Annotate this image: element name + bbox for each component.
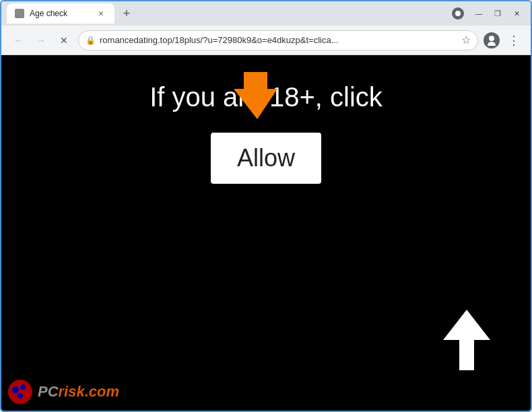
- downloads-icon[interactable]: [448, 4, 467, 23]
- browser-window: Age check × + — ❐ ✕ ← → ✕ 🔒 romancedatin…: [0, 0, 532, 412]
- webpage-content: If you are 18+, click Allow: [1, 55, 531, 411]
- watermark-logo: [7, 378, 34, 405]
- lock-icon: 🔒: [86, 36, 96, 45]
- url-bar[interactable]: 🔒 romancedating.top/18plus/?u=72980k9&o=…: [78, 30, 478, 50]
- window-controls: — ❐ ✕: [470, 7, 525, 20]
- profile-icon[interactable]: [484, 32, 500, 48]
- close-button[interactable]: ✕: [508, 7, 525, 20]
- browser-tab[interactable]: Age check ×: [7, 3, 114, 24]
- address-bar: ← → ✕ 🔒 romancedating.top/18plus/?u=7298…: [1, 26, 531, 55]
- age-check-heading: If you are 18+, click: [1, 82, 531, 112]
- back-button[interactable]: ←: [9, 32, 27, 49]
- tab-close-button[interactable]: ×: [96, 8, 106, 19]
- svg-point-5: [8, 380, 32, 404]
- forward-button[interactable]: →: [32, 32, 50, 49]
- white-arrow-head: [443, 310, 490, 340]
- svg-point-8: [18, 393, 23, 399]
- svg-point-2: [489, 36, 494, 41]
- svg-point-6: [12, 386, 19, 393]
- allow-button[interactable]: Allow: [211, 133, 321, 184]
- watermark-prefix: PC: [38, 383, 59, 400]
- tab-favicon: [15, 9, 24, 18]
- bookmark-icon[interactable]: ☆: [461, 34, 471, 46]
- new-tab-button[interactable]: +: [117, 4, 136, 23]
- url-text: romancedating.top/18plus/?u=72980k9&o=e4…: [100, 35, 457, 45]
- minimize-button[interactable]: —: [470, 7, 488, 20]
- svg-point-7: [20, 384, 26, 390]
- tab-title: Age check: [30, 9, 90, 18]
- white-arrow-body: [459, 340, 474, 370]
- title-bar: Age check × + — ❐ ✕: [1, 1, 531, 26]
- watermark-text: PCrisk.com: [38, 383, 119, 401]
- watermark: PCrisk.com: [7, 378, 119, 405]
- menu-icon[interactable]: ⋮: [505, 30, 523, 50]
- svg-point-1: [455, 11, 461, 16]
- white-up-arrow: [443, 310, 490, 370]
- maximize-button[interactable]: ❐: [489, 7, 506, 20]
- watermark-suffix: risk.com: [59, 383, 120, 400]
- reload-button[interactable]: ✕: [55, 32, 73, 49]
